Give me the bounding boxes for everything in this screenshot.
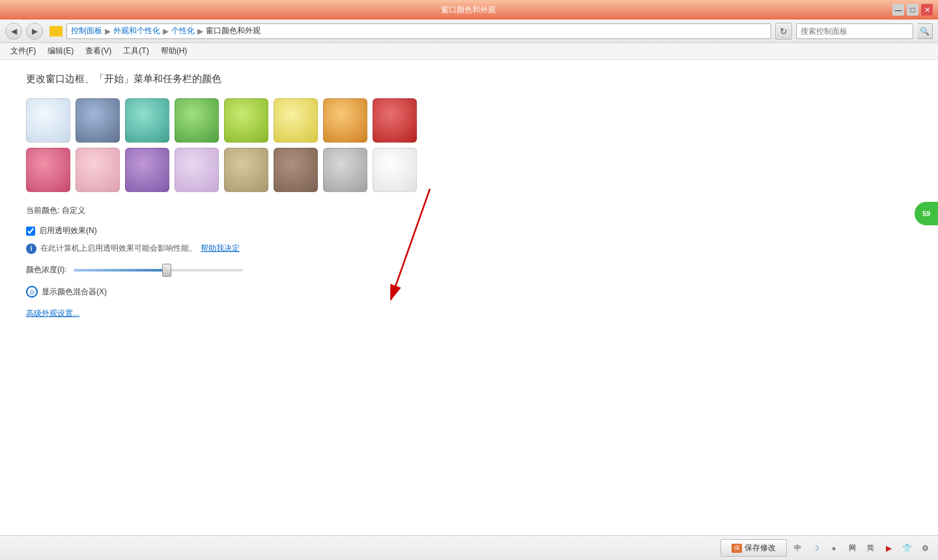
menu-file[interactable]: 文件(F) xyxy=(5,44,41,58)
current-color-label: 当前颜色: 自定义 xyxy=(26,206,85,215)
color-swatch-green[interactable] xyxy=(175,98,219,143)
info-row: i 在此计算机上启用透明效果可能会影响性能。 帮助我决定 xyxy=(26,243,912,254)
color-swatch-yellow[interactable] xyxy=(274,98,318,143)
taskbar-icon-moon[interactable]: ☽ xyxy=(809,542,822,555)
mixer-label[interactable]: 显示颜色混合器(X) xyxy=(42,287,107,298)
mixer-row[interactable]: ⊙ 显示颜色混合器(X) xyxy=(26,286,912,298)
close-button[interactable]: ✕ xyxy=(921,4,933,16)
save-button[interactable]: 保 保存修改 xyxy=(720,539,787,557)
color-swatch-light-pink[interactable] xyxy=(76,148,120,192)
taskbar-icon-zh[interactable]: 中 xyxy=(791,542,804,555)
color-swatch-teal[interactable] xyxy=(125,98,169,143)
menu-view[interactable]: 查看(V) xyxy=(80,44,117,58)
color-grid xyxy=(26,98,912,192)
taskbar-icon-dot[interactable]: ● xyxy=(827,542,840,555)
slider-fill xyxy=(74,269,167,272)
color-swatch-brown[interactable] xyxy=(274,148,318,192)
forward-button[interactable]: ▶ xyxy=(26,23,43,40)
window-title: 窗口颜色和外观 xyxy=(44,5,892,16)
current-color-row: 当前颜色: 自定义 xyxy=(26,205,912,216)
color-swatch-white[interactable] xyxy=(373,148,417,192)
taskbar-icon-shirt[interactable]: 👕 xyxy=(900,542,913,555)
window-controls: — □ ✕ xyxy=(892,4,933,16)
search-input[interactable] xyxy=(796,23,913,39)
menu-help[interactable]: 帮助(H) xyxy=(156,44,193,58)
mixer-icon: ⊙ xyxy=(26,286,38,298)
color-swatch-hot-pink[interactable] xyxy=(26,148,70,192)
slider-thumb[interactable] xyxy=(162,264,171,277)
transparency-checkbox[interactable] xyxy=(26,227,35,236)
breadcrumb-sep-3: ▶ xyxy=(197,27,203,36)
slider-row: 颜色浓度(I): xyxy=(26,264,912,275)
color-swatch-light-purple[interactable] xyxy=(175,148,219,192)
breadcrumb-item-4: 窗口颜色和外观 xyxy=(206,25,261,36)
menu-bar: 文件(F) 编辑(E) 查看(V) 工具(T) 帮助(H) xyxy=(0,43,938,60)
color-swatch-light-blue[interactable] xyxy=(26,98,70,143)
color-swatch-red[interactable] xyxy=(373,98,417,143)
breadcrumb-item-3[interactable]: 个性化 xyxy=(171,25,195,36)
info-icon: i xyxy=(26,244,36,254)
color-swatch-lime[interactable] xyxy=(224,98,268,143)
status-bar: 保 保存修改 中 ☽ ● 网 简 ▶ 👕 ⚙ xyxy=(0,535,938,560)
side-circle: 59 xyxy=(915,202,938,225)
breadcrumb-sep-1: ▶ xyxy=(105,27,111,36)
color-swatch-tan[interactable] xyxy=(224,148,268,192)
color-swatch-gray[interactable] xyxy=(323,148,367,192)
side-circle-label: 59 xyxy=(922,210,930,217)
save-icon: 保 xyxy=(732,544,742,553)
breadcrumb-sep-2: ▶ xyxy=(163,27,169,36)
main-content: 更改窗口边框、「开始」菜单和任务栏的颜色 xyxy=(0,60,938,535)
color-row-1 xyxy=(26,98,912,143)
taskbar-icon-play[interactable]: ▶ xyxy=(882,542,895,555)
breadcrumb-item-1[interactable]: 控制面板 xyxy=(71,25,102,36)
color-swatch-purple[interactable] xyxy=(125,148,169,192)
breadcrumb-item-2[interactable]: 外观和个性化 xyxy=(113,25,160,36)
intensity-slider[interactable] xyxy=(74,269,243,272)
back-button[interactable]: ◀ xyxy=(5,23,22,40)
menu-edit[interactable]: 编辑(E) xyxy=(42,44,79,58)
search-icon[interactable]: 🔍 xyxy=(917,23,933,39)
minimize-button[interactable]: — xyxy=(892,4,904,16)
maximize-button[interactable]: □ xyxy=(907,4,918,16)
taskbar-icon-net[interactable]: 网 xyxy=(846,542,859,555)
taskbar-icon-gear[interactable]: ⚙ xyxy=(918,542,931,555)
transparency-row: 启用透明效果(N) xyxy=(26,225,912,236)
menu-tools[interactable]: 工具(T) xyxy=(118,44,154,58)
content-area: 更改窗口边框、「开始」菜单和任务栏的颜色 xyxy=(0,60,938,535)
refresh-button[interactable]: ↻ xyxy=(775,23,792,40)
color-swatch-blue[interactable] xyxy=(76,98,120,143)
intensity-label: 颜色浓度(I): xyxy=(26,264,67,275)
save-label: 保存修改 xyxy=(745,542,776,553)
breadcrumb: 控制面板 ▶ 外观和个性化 ▶ 个性化 ▶ 窗口颜色和外观 xyxy=(66,23,771,39)
color-row-2 xyxy=(26,148,912,192)
advanced-link[interactable]: 高级外观设置... xyxy=(26,309,79,318)
section-title: 更改窗口边框、「开始」菜单和任务栏的颜色 xyxy=(26,73,912,85)
info-text: 在此计算机上启用透明效果可能会影响性能。 xyxy=(40,243,197,254)
taskbar-icon-jian[interactable]: 简 xyxy=(864,542,877,555)
color-swatch-orange[interactable] xyxy=(323,98,367,143)
help-link[interactable]: 帮助我决定 xyxy=(201,243,240,254)
address-bar: ◀ ▶ 控制面板 ▶ 外观和个性化 ▶ 个性化 ▶ 窗口颜色和外观 ↻ 🔍 xyxy=(0,20,938,43)
transparency-label[interactable]: 启用透明效果(N) xyxy=(39,225,97,236)
folder-icon xyxy=(50,26,63,36)
taskbar-icons: 中 ☽ ● 网 简 ▶ 👕 ⚙ xyxy=(791,542,931,555)
title-bar: 窗口颜色和外观 — □ ✕ xyxy=(0,0,938,20)
